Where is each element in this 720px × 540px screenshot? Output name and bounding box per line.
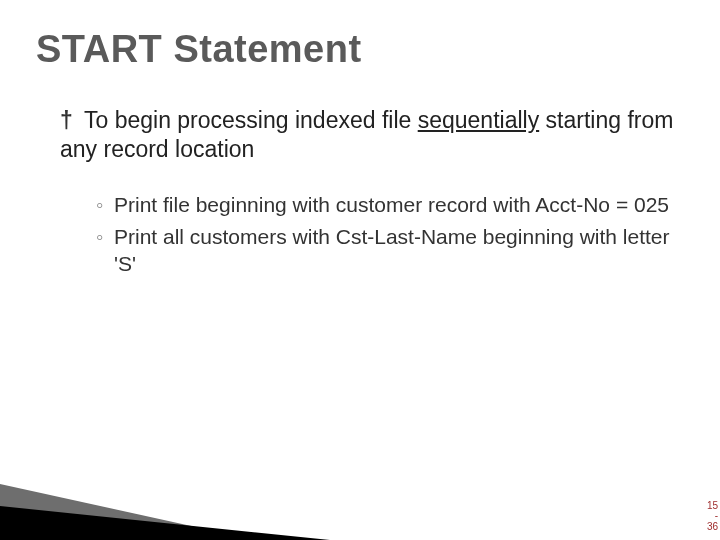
page-number-mid: - — [707, 511, 718, 522]
page-number-bot: 36 — [707, 522, 718, 533]
main-bullet: † To begin processing indexed file seque… — [60, 106, 680, 164]
page-number: 15 - 36 — [707, 501, 718, 533]
main-bullet-text: To begin processing indexed file sequent… — [60, 107, 673, 162]
decorative-wedge-dark — [0, 506, 330, 540]
list-item-text: Print all customers with Cst-Last-Name b… — [114, 225, 670, 274]
list-item-text: Print file beginning with customer recor… — [114, 193, 669, 216]
sub-bullet-marker-icon: ◦ — [96, 192, 103, 218]
sub-bullet-list: ◦ Print file beginning with customer rec… — [96, 192, 680, 283]
slide: START Statement † To begin processing in… — [0, 0, 720, 540]
list-item: ◦ Print all customers with Cst-Last-Name… — [96, 224, 680, 277]
slide-title: START Statement — [36, 28, 362, 71]
main-bullet-pre: To begin processing indexed file — [84, 107, 418, 133]
sub-bullet-marker-icon: ◦ — [96, 224, 103, 250]
list-item: ◦ Print file beginning with customer rec… — [96, 192, 680, 218]
main-bullet-underlined: sequentially — [418, 107, 539, 133]
bullet-marker-icon: † — [60, 106, 78, 135]
